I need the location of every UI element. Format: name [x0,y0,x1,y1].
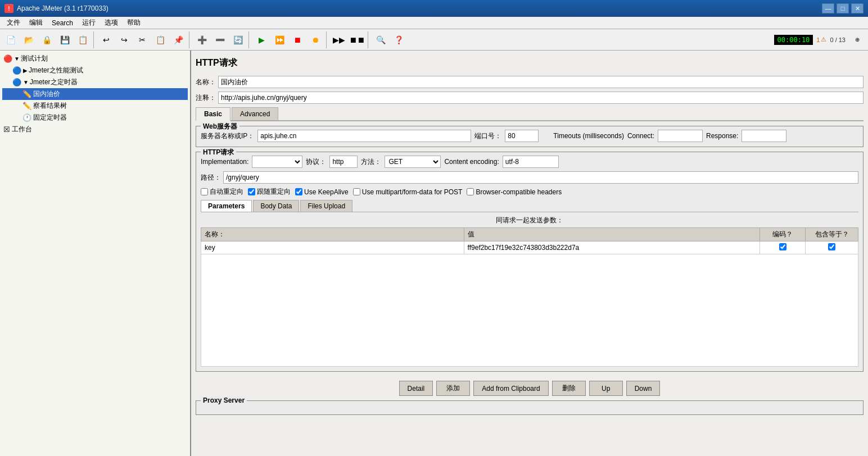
multipart-text: Use multipart/form-data for POST [362,188,463,196]
remote-start-button[interactable]: ▶▶ [331,31,347,48]
browser-headers-text: Browser-compatible headers [476,188,562,196]
delete-button[interactable]: 删除 [552,381,586,396]
close-btn[interactable]: 🔒 [38,31,55,48]
tree-item-test-plan[interactable]: 🔴 ▼ 测试计划 [2,53,188,65]
tree-item-oil-price[interactable]: ✏️ 国内油价 [2,88,188,100]
separator-5 [368,31,370,48]
multipart-label[interactable]: Use multipart/form-data for POST [353,188,463,196]
name-input[interactable] [218,76,864,88]
param-value-cell: ff9ef2bc17f19e32c743803d3b222d7a [464,241,760,254]
main-tab-bar: Basic Advanced [196,107,864,121]
path-row: 路径： [201,171,858,184]
thread-expand-1: ▶ [23,67,28,74]
menu-help[interactable]: 帮助 [123,17,145,29]
keepalive-check[interactable] [295,188,302,195]
port-input[interactable] [505,130,539,142]
stop-button[interactable]: ⏹ [289,31,306,48]
param-include-check[interactable] [828,243,835,250]
sub-tab-parameters[interactable]: Parameters [201,200,252,212]
warning-badge: 1 ⚠ [816,36,826,43]
add-clipboard-button[interactable]: Add from Clipboard [473,381,548,396]
comment-input[interactable] [218,92,864,104]
connect-input[interactable] [658,130,703,142]
keepalive-text: Use KeepAlive [304,188,349,196]
minimize-button[interactable]: — [822,3,834,13]
app-icon: ! [4,4,13,13]
keepalive-label[interactable]: Use KeepAlive [295,188,349,196]
detail-button[interactable]: Detail [399,381,433,396]
auto-redirect-text: 自动重定向 [210,187,243,197]
cut-button[interactable]: ✂ [134,31,151,48]
open-button[interactable]: 📂 [20,31,37,48]
browser-headers-label[interactable]: Browser-compatible headers [467,188,562,196]
table-row: key ff9ef2bc17f19e32c743803d3b222d7a [201,241,858,254]
impl-label: Implementation: [201,158,248,166]
remote-stop-button[interactable]: ⏹⏹ [349,31,365,48]
separator-4 [326,31,328,48]
add-button[interactable]: ➕ [193,31,210,48]
server-input[interactable] [257,130,471,142]
auto-redirect-check[interactable] [201,188,208,195]
window-controls: — □ ✕ [822,3,864,13]
menu-edit[interactable]: 编辑 [25,17,47,29]
sub-tab-files-upload[interactable]: Files Upload [300,200,352,212]
paste-button[interactable]: 📌 [170,31,187,48]
expand-button[interactable]: ⊕ [849,31,866,48]
parameters-table: 名称： 值 编码？ 包含等于？ key ff9ef2bc17f19e32c743… [201,227,858,254]
start-no-pause-button[interactable]: ⏩ [271,31,288,48]
add-param-button[interactable]: 添加 [436,381,470,396]
tree-item-fixed-timer[interactable]: 🕐 固定定时器 [2,112,188,124]
bottom-buttons: Detail 添加 Add from Clipboard 删除 Up Down [196,376,864,400]
warning-icon: ⚠ [821,36,826,43]
menu-search[interactable]: Search [47,18,78,28]
sub-tab-body-data[interactable]: Body Data [253,200,299,212]
shutdown-button[interactable]: ⏺ [307,31,324,48]
menu-options[interactable]: 选项 [100,17,123,29]
auto-redirect-label[interactable]: 自动重定向 [201,187,243,197]
impl-select[interactable]: HttpClient4 Java [252,156,302,168]
param-encode-check[interactable] [779,243,786,250]
redo-button[interactable]: ↪ [116,31,133,48]
browser-headers-check[interactable] [467,188,474,195]
down-button[interactable]: Down [626,381,661,396]
copy-button[interactable]: 📋 [152,31,169,48]
multipart-check[interactable] [353,188,360,195]
http-icon: ✏️ [22,90,31,98]
maximize-button[interactable]: □ [837,3,849,13]
undo-button[interactable]: ↩ [98,31,115,48]
encoding-label: Content encoding: [444,158,499,166]
main-layout: 🔴 ▼ 测试计划 🔵 ▶ Jmeter之性能测试 🔵 ▼ Jmeter之定时器 … [0,51,868,456]
toolbar: 📄 📂 🔒 💾 📋 ↩ ↪ ✂ 📋 📌 ➕ ➖ 🔄 ▶ ⏩ ⏹ ⏺ ▶▶ ⏹⏹ … [0,29,868,51]
param-include-cell [806,241,858,254]
start-button[interactable]: ▶ [253,31,270,48]
encoding-input[interactable] [503,156,559,168]
tab-advanced[interactable]: Advanced [232,107,278,120]
remove-button[interactable]: ➖ [211,31,228,48]
follow-redirect-check[interactable] [248,188,255,195]
oil-price-label: 国内油价 [33,89,60,99]
clear-button[interactable]: 🔄 [229,31,246,48]
menu-file[interactable]: 文件 [2,17,25,29]
save-as-button[interactable]: 📋 [74,31,91,48]
protocol-label: 协议： [306,157,326,167]
follow-redirect-label[interactable]: 跟随重定向 [248,187,291,197]
proxy-content [201,403,858,412]
save-button[interactable]: 💾 [56,31,73,48]
title-bar-left: ! Apache JMeter (3.1 r1770033) [4,4,108,13]
protocol-input[interactable] [329,156,358,168]
search-btn[interactable]: 🔍 [372,31,389,48]
path-input[interactable] [223,171,858,184]
close-button[interactable]: ✕ [851,3,864,13]
tab-basic[interactable]: Basic [196,107,230,121]
tree-item-workbench[interactable]: ☒ 工作台 [2,124,188,135]
new-button[interactable]: 📄 [2,31,19,48]
tree-item-view-tree[interactable]: ✏️ 察看结果树 [2,100,188,112]
tree-item-timer[interactable]: 🔵 ▼ Jmeter之定时器 [2,76,188,88]
menu-run[interactable]: 运行 [78,17,100,29]
help-btn[interactable]: ❓ [390,31,407,48]
up-button[interactable]: Up [589,381,623,396]
method-select[interactable]: GET POST PUT DELETE [385,156,441,168]
tree-item-perf[interactable]: 🔵 ▶ Jmeter之性能测试 [2,65,188,76]
name-row: 名称： [196,76,864,88]
response-input[interactable] [742,130,786,142]
